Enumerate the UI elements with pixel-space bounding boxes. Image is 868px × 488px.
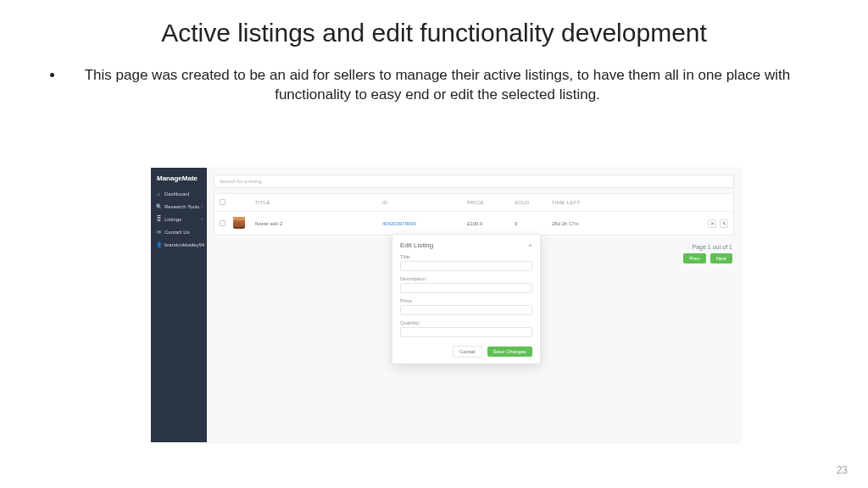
- edit-listing-modal: Edit Listing × Title: Description: Price…: [392, 234, 541, 364]
- table-row: flower edit 2 404203970099 £100.0 0 28d …: [214, 211, 734, 236]
- save-changes-button[interactable]: Save Changes: [487, 347, 532, 357]
- sidebar: ManageMate ⌂ Dashboard 🔍 Research Tools …: [151, 168, 207, 442]
- table-header: TITLE ID PRICE SOLD TIME LEFT: [214, 193, 734, 211]
- sidebar-item-label: Research Tools: [164, 204, 199, 209]
- sidebar-item-user[interactable]: 👤 brandonkbailey94 ‹: [151, 238, 207, 251]
- brand-logo: ManageMate: [151, 168, 207, 188]
- select-all-checkbox[interactable]: [220, 199, 225, 205]
- slide-title: Active listings and edit functionality d…: [0, 0, 868, 54]
- row-title: flower edit 2: [255, 221, 382, 226]
- label-price: Price:: [400, 298, 532, 303]
- mail-icon: ✉: [156, 229, 161, 235]
- sidebar-item-label: brandonkbailey94: [164, 242, 204, 247]
- sidebar-item-listings[interactable]: ≣ Listings ‹: [151, 213, 207, 225]
- listings-table: TITLE ID PRICE SOLD TIME LEFT flower edi…: [214, 193, 734, 236]
- col-price: PRICE: [467, 200, 515, 205]
- sidebar-item-dashboard[interactable]: ⌂ Dashboard: [151, 188, 207, 200]
- quantity-field[interactable]: [400, 327, 532, 337]
- user-icon: 👤: [156, 241, 161, 247]
- price-field[interactable]: [400, 305, 532, 315]
- col-title: TITLE: [255, 200, 382, 205]
- col-sold: SOLD: [515, 200, 552, 205]
- cancel-button[interactable]: Cancel: [453, 346, 482, 358]
- sidebar-item-label: Contact Us: [164, 230, 190, 235]
- col-id: ID: [382, 200, 467, 205]
- chevron-icon: ‹: [201, 216, 203, 221]
- sidebar-nav: ⌂ Dashboard 🔍 Research Tools ‹ ≣ Listing…: [151, 188, 207, 251]
- row-id-link[interactable]: 404203970099: [382, 221, 467, 226]
- home-icon: ⌂: [156, 191, 161, 197]
- col-time: TIME LEFT: [552, 200, 620, 205]
- title-field[interactable]: [400, 261, 532, 271]
- sidebar-item-label: Listings: [164, 217, 181, 222]
- close-icon[interactable]: ×: [528, 241, 532, 249]
- row-sold: 0: [515, 221, 552, 226]
- bullet-item: This page was created to be an aid for s…: [64, 66, 810, 105]
- search-input[interactable]: Search for a listing.: [214, 175, 734, 188]
- listing-thumbnail: [233, 217, 245, 229]
- description-field[interactable]: [400, 283, 532, 293]
- app-screenshot: ManageMate ⌂ Dashboard 🔍 Research Tools …: [151, 168, 741, 442]
- label-title: Title:: [400, 254, 532, 259]
- row-timeleft: 28d 2h 17m: [552, 221, 620, 226]
- row-checkbox[interactable]: [220, 220, 225, 226]
- prev-button[interactable]: Prev: [683, 253, 705, 263]
- list-icon: ≣: [156, 216, 161, 222]
- sidebar-item-research[interactable]: 🔍 Research Tools ‹: [151, 200, 207, 213]
- chevron-icon: ‹: [201, 203, 203, 208]
- end-listing-button[interactable]: ✕: [708, 219, 716, 228]
- sidebar-item-contact[interactable]: ✉ Contact Us: [151, 225, 207, 238]
- search-icon: 🔍: [156, 203, 161, 209]
- bullet-list: This page was created to be an aid for s…: [0, 54, 868, 114]
- edit-listing-button[interactable]: ✎: [720, 219, 728, 228]
- modal-title: Edit Listing: [400, 241, 433, 249]
- label-quantity: Quantity:: [400, 320, 532, 325]
- sidebar-item-label: Dashboard: [164, 191, 189, 197]
- page-number: 23: [837, 464, 848, 476]
- row-price: £100.0: [467, 221, 515, 226]
- label-description: Description:: [400, 276, 532, 281]
- chevron-icon: ‹: [201, 241, 203, 247]
- next-button[interactable]: Next: [710, 253, 732, 263]
